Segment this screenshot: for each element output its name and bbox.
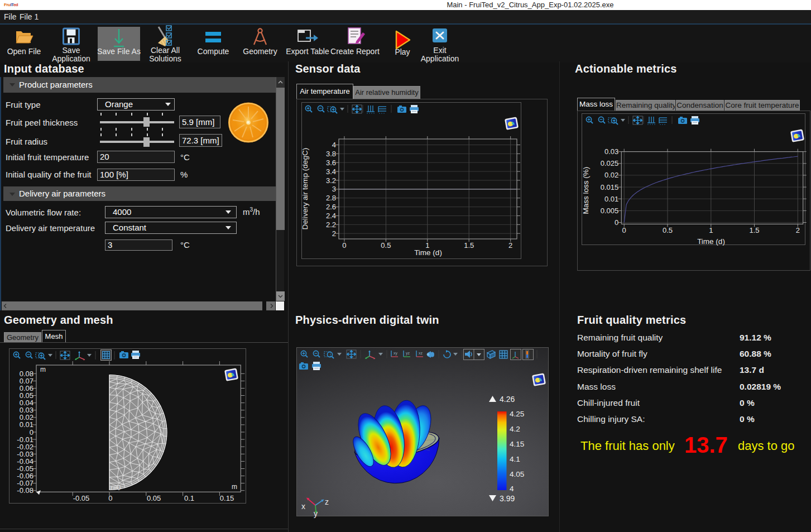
svg-text:0.06: 0.06: [20, 384, 33, 392]
svg-text:yz: yz: [406, 351, 410, 356]
svg-text:3.99: 3.99: [500, 494, 515, 503]
svg-text:0.005: 0.005: [601, 207, 619, 215]
svg-text:0.02: 0.02: [20, 413, 33, 421]
svg-text:-0.06: -0.06: [17, 472, 33, 480]
svg-text:-0.07: -0.07: [17, 479, 33, 487]
svg-text:-0.03: -0.03: [17, 450, 33, 458]
svg-text:0.03: 0.03: [604, 147, 618, 156]
svg-text:4: 4: [510, 485, 514, 493]
svg-text:2.6: 2.6: [326, 203, 336, 211]
svg-text:0: 0: [342, 241, 346, 250]
svg-text:2: 2: [332, 229, 336, 238]
svg-text:3.2: 3.2: [326, 176, 336, 185]
svg-text:0.5: 0.5: [381, 241, 391, 250]
svg-text:2.8: 2.8: [326, 194, 336, 202]
svg-text:4.26: 4.26: [500, 395, 515, 404]
svg-text:Mass loss (%): Mass loss (%): [582, 167, 590, 214]
svg-text:m: m: [40, 366, 46, 373]
svg-text:0.015: 0.015: [601, 183, 619, 191]
svg-text:r=0: r=0: [111, 484, 121, 492]
svg-text:-0.08: -0.08: [17, 486, 33, 495]
svg-text:1.5: 1.5: [464, 241, 474, 250]
svg-text:0.5: 0.5: [663, 226, 673, 234]
svg-text:-0.02: -0.02: [17, 443, 33, 451]
svg-text:0.01: 0.01: [20, 420, 33, 429]
svg-text:Time (d): Time (d): [414, 248, 442, 257]
svg-text:-0.05: -0.05: [73, 494, 90, 502]
svg-text:-0.05: -0.05: [17, 464, 33, 473]
svg-text:2: 2: [796, 226, 800, 234]
svg-text:1.5: 1.5: [749, 226, 759, 234]
svg-text:3: 3: [332, 185, 336, 193]
svg-text:2.4: 2.4: [326, 212, 336, 220]
svg-text:0: 0: [108, 494, 112, 502]
svg-text:0.03: 0.03: [20, 406, 33, 414]
svg-text:-0.04: -0.04: [17, 457, 33, 466]
svg-text:-0.01: -0.01: [17, 435, 33, 444]
svg-text:4.2: 4.2: [510, 425, 520, 433]
svg-text:Time (d): Time (d): [697, 237, 725, 246]
svg-text:0.07: 0.07: [20, 377, 33, 385]
svg-text:z: z: [325, 497, 329, 506]
svg-text:y: y: [314, 509, 318, 518]
svg-text:0.025: 0.025: [601, 159, 619, 167]
svg-text:0: 0: [622, 226, 626, 234]
svg-text:4.05: 4.05: [510, 470, 524, 478]
svg-text:3.6: 3.6: [326, 159, 336, 167]
svg-text:4: 4: [332, 141, 336, 149]
svg-text:2.2: 2.2: [326, 221, 336, 229]
svg-text:4.15: 4.15: [510, 440, 524, 448]
svg-text:0.05: 0.05: [20, 391, 33, 400]
svg-text:0.04: 0.04: [20, 399, 33, 407]
svg-text:4.1: 4.1: [510, 455, 520, 463]
svg-text:x: x: [301, 502, 305, 511]
svg-text:xz: xz: [419, 351, 423, 355]
svg-text:0.15: 0.15: [220, 494, 234, 502]
svg-text:xy: xy: [393, 351, 398, 356]
svg-text:0: 0: [615, 218, 618, 227]
svg-text:0: 0: [30, 428, 33, 437]
svg-text:m: m: [232, 483, 237, 491]
svg-text:0.01: 0.01: [604, 195, 618, 203]
svg-text:0.1: 0.1: [184, 494, 194, 502]
svg-text:3.8: 3.8: [326, 150, 336, 158]
svg-text:0.02: 0.02: [604, 171, 618, 179]
svg-text:2: 2: [508, 241, 512, 250]
svg-text:0.08: 0.08: [20, 370, 33, 378]
svg-text:4.25: 4.25: [510, 410, 524, 418]
svg-text:1: 1: [709, 226, 713, 234]
svg-text:3.4: 3.4: [326, 167, 336, 176]
svg-text:0.05: 0.05: [147, 494, 161, 502]
svg-text:Delivery air temp (degC): Delivery air temp (degC): [301, 148, 309, 229]
